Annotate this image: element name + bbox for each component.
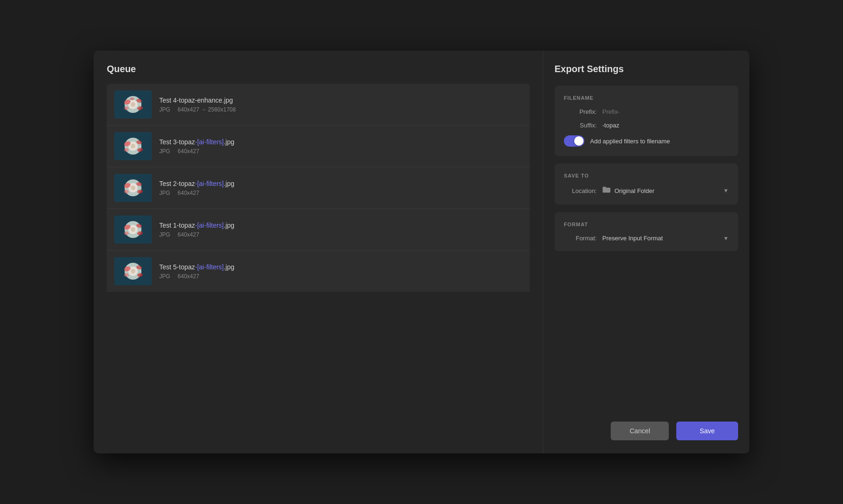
suffix-label: Suffix:	[564, 122, 597, 129]
location-row: Location: Original Folder ▼	[564, 186, 729, 195]
format-dropdown[interactable]: Preserve Input Format ▼	[602, 235, 729, 242]
format-chevron-icon: ▼	[723, 235, 729, 242]
toggle-row: Add applied filters to filename	[564, 135, 729, 147]
queue-title: Queue	[107, 64, 530, 74]
thumbnail	[114, 132, 152, 160]
item-info: Test 5-topaz-[ai-filters].jpg JPG 640x42…	[159, 263, 234, 280]
location-text: Original Folder	[614, 187, 719, 194]
item-name: Test 2-topaz-[ai-filters].jpg	[159, 180, 234, 187]
svg-point-3	[131, 102, 135, 107]
queue-item[interactable]: Test 1-topaz-[ai-filters].jpg JPG 640x42…	[107, 209, 530, 251]
item-meta: JPG 640x427	[159, 190, 234, 196]
prefix-label: Prefix:	[564, 108, 597, 115]
location-dropdown[interactable]: Original Folder ▼	[602, 186, 729, 195]
svg-point-36	[131, 269, 135, 274]
thumbnail	[114, 90, 152, 119]
item-meta: JPG 640x427	[159, 148, 234, 155]
chevron-down-icon: ▼	[723, 187, 729, 194]
suffix-value: -topaz	[602, 122, 729, 129]
save-button[interactable]: Save	[676, 422, 738, 440]
prefix-input[interactable]	[602, 108, 729, 115]
export-dialog: Queue	[94, 51, 749, 453]
svg-point-8	[130, 97, 134, 100]
item-name: Test 4-topaz-enhance.jpg	[159, 96, 236, 104]
location-label: Location:	[564, 187, 597, 194]
filename-section-label: FILENAME	[564, 95, 729, 101]
thumbnail	[114, 174, 152, 202]
item-info: Test 1-topaz-[ai-filters].jpg JPG 640x42…	[159, 222, 234, 238]
cancel-button[interactable]: Cancel	[611, 422, 669, 440]
toggle-knob	[574, 136, 584, 146]
export-panel: Export Settings FILENAME Prefix: Suffix:…	[543, 51, 749, 453]
format-label: Format:	[564, 235, 597, 242]
item-info: Test 2-topaz-[ai-filters].jpg JPG 640x42…	[159, 180, 234, 196]
item-name: Test 3-topaz-[ai-filters].jpg	[159, 138, 234, 146]
item-name: Test 1-topaz-[ai-filters].jpg	[159, 222, 234, 229]
svg-point-28	[131, 227, 135, 232]
item-info: Test 3-topaz-[ai-filters].jpg JPG 640x42…	[159, 138, 234, 155]
svg-point-20	[131, 185, 135, 190]
queue-item[interactable]: Test 5-topaz-[ai-filters].jpg JPG 640x42…	[107, 251, 530, 292]
format-section: FORMAT Format: Preserve Input Format ▼	[555, 212, 738, 251]
prefix-row: Prefix:	[564, 108, 729, 115]
queue-item[interactable]: Test 2-topaz-[ai-filters].jpg JPG 640x42…	[107, 167, 530, 209]
queue-item[interactable]: Test 4-topaz-enhance.jpg JPG 640x427 → 2…	[107, 84, 530, 126]
svg-point-12	[131, 144, 135, 148]
toggle-label: Add applied filters to filename	[590, 138, 670, 145]
queue-item[interactable]: Test 3-topaz-[ai-filters].jpg JPG 640x42…	[107, 126, 530, 167]
add-filters-toggle[interactable]	[564, 135, 584, 147]
item-name: Test 5-topaz-[ai-filters].jpg	[159, 263, 234, 271]
thumbnail	[114, 257, 152, 285]
item-meta: JPG 640x427 → 2560x1708	[159, 106, 236, 113]
filename-section: FILENAME Prefix: Suffix: -topaz Add appl…	[555, 86, 738, 156]
thumbnail	[114, 215, 152, 244]
item-info: Test 4-topaz-enhance.jpg JPG 640x427 → 2…	[159, 96, 236, 113]
format-text: Preserve Input Format	[602, 235, 723, 242]
save-to-section-label: SAVE TO	[564, 173, 729, 178]
button-row: Cancel Save	[555, 422, 738, 440]
format-row: Format: Preserve Input Format ▼	[564, 235, 729, 242]
save-to-section: SAVE TO Location: Original Folder ▼	[555, 163, 738, 205]
suffix-row: Suffix: -topaz	[564, 122, 729, 129]
item-meta: JPG 640x427	[159, 231, 234, 238]
export-settings-title: Export Settings	[555, 64, 738, 74]
queue-panel: Queue	[94, 51, 543, 453]
format-section-label: FORMAT	[564, 222, 729, 227]
item-meta: JPG 640x427	[159, 273, 234, 280]
folder-icon	[602, 186, 611, 195]
queue-list: Test 4-topaz-enhance.jpg JPG 640x427 → 2…	[107, 84, 530, 440]
